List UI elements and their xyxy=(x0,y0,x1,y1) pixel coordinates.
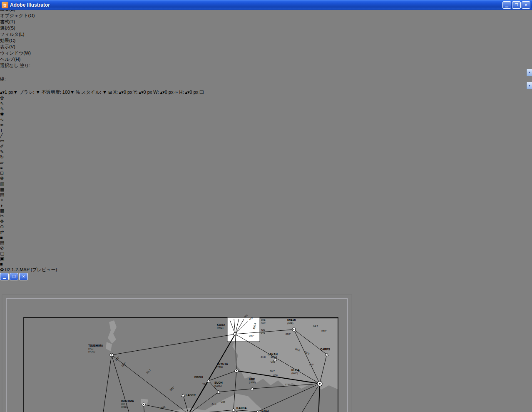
slice-tool[interactable]: ▩ xyxy=(0,208,532,213)
airway-label-59: TZC xyxy=(261,329,265,331)
fill-stroke-widget: ⇄ xyxy=(0,230,532,235)
waypoint-label-kuga2: (IWC) xyxy=(291,372,298,375)
airway-label-4: 272° xyxy=(321,330,327,332)
waypoint-label-suoh: SUOH xyxy=(214,381,223,384)
doc-close-button[interactable]: ✕ xyxy=(19,273,28,280)
transform-palette-button[interactable]: ⊞ xyxy=(108,90,112,95)
mesh-tool[interactable]: ▦ xyxy=(0,187,532,192)
hand-tool[interactable]: ✥ xyxy=(0,219,532,224)
waypoint-label-lager: LAGER xyxy=(186,394,196,397)
paintbrush-tool[interactable]: ✐ xyxy=(0,144,532,149)
zoom-tool[interactable]: ⊙ xyxy=(0,224,532,230)
scissors-tool[interactable]: ✂ xyxy=(0,213,532,219)
airway-yanai-right_hub xyxy=(258,384,320,412)
airway-label-58: OKC xyxy=(261,322,266,325)
airway-tsushima-kamigoto xyxy=(95,355,112,412)
close-button[interactable]: ✕ xyxy=(522,1,530,9)
waypoint-label-carps: CARPS xyxy=(320,348,330,351)
waypoint-label-ikishima: (IK) xyxy=(121,403,125,405)
landmass-kyushu xyxy=(140,394,298,412)
scale-tool[interactable]: ▱ xyxy=(0,160,532,165)
w-field[interactable]: ▴▾0 px xyxy=(160,90,174,95)
airway-label-10: 261° xyxy=(309,363,314,366)
app-icon: ✿ xyxy=(2,2,8,8)
menu-オブジェクト(O)[interactable]: オブジェクト(O) xyxy=(0,12,532,19)
document-icon: ✿ xyxy=(0,267,4,272)
menu-効果(C)[interactable]: 効果(C) xyxy=(0,37,532,44)
blend-tool[interactable]: ◑ xyxy=(0,203,532,208)
rectangle-tool[interactable]: ▭ xyxy=(0,138,532,144)
stroke-label[interactable]: 線: xyxy=(0,76,6,81)
airway-label-15: 128° xyxy=(121,362,127,367)
style-combo[interactable]: ▼ xyxy=(102,90,107,95)
opacity-combo[interactable]: 100▼ xyxy=(62,90,75,95)
brush-label: ブラシ: xyxy=(19,90,35,95)
opacity-label[interactable]: 不透明度: xyxy=(42,90,61,95)
link-dimensions-icon[interactable]: ∞ xyxy=(175,90,178,95)
menu-ヘルプ(H)[interactable]: ヘルプ(H) xyxy=(0,56,532,62)
none-button[interactable]: ⊘ xyxy=(0,245,532,251)
lasso-tool[interactable]: ∿ xyxy=(0,117,532,122)
airway-label-16: 51.7 xyxy=(146,368,152,374)
airway-right_hub-musashi xyxy=(288,384,320,412)
brush-combo[interactable]: ▼ xyxy=(36,90,40,95)
gradient-button[interactable]: ▤ xyxy=(0,240,532,245)
fix-lager xyxy=(181,394,185,397)
airway-label-11: 56.7 xyxy=(270,370,275,372)
standard-screen-button[interactable]: ▢ xyxy=(0,251,532,256)
type-tool[interactable]: T xyxy=(0,128,532,133)
eyedropper-tool[interactable]: ✧ xyxy=(0,197,532,203)
line-segment-tool[interactable]: ╱ xyxy=(0,133,532,138)
waypoint-label-toyota: (TTE) xyxy=(216,366,223,368)
symbol-sprayer-tool[interactable]: ❆ xyxy=(0,176,532,181)
fill-swatch[interactable]: ▼ xyxy=(0,69,532,76)
waypoint-label-kanda: KANDA xyxy=(236,407,247,410)
rotate-tool[interactable]: ↻ xyxy=(0,155,532,160)
warp-tool[interactable]: ≈ xyxy=(0,165,532,170)
document-titlebar[interactable]: ✿ 02.1-2-MAP (プレビュー) ▁ ❐ ✕ xyxy=(0,267,532,280)
stroke-width-combo[interactable]: ▴▾1 px▼ xyxy=(0,90,18,95)
canvas[interactable]: KUGA(IWC)IWAMI(IME)TSUSHIMA(VC)(VOE)TOYO… xyxy=(0,280,532,412)
y-field[interactable]: ▴▾0 px xyxy=(139,90,152,95)
menu-ウィンドウ(W)[interactable]: ウィンドウ(W) xyxy=(0,50,532,56)
x-field[interactable]: ▴▾0 px xyxy=(119,90,132,95)
h-field[interactable]: ▴▾0 px xyxy=(185,90,199,95)
doc-restore-button[interactable]: ❐ xyxy=(10,273,18,280)
airway-label-17: 302° xyxy=(169,386,175,392)
full-screen-menu-button[interactable]: ▣ xyxy=(0,256,532,262)
direct-selection-tool[interactable]: ⇖ xyxy=(0,106,532,112)
magic-wand-tool[interactable]: ✱ xyxy=(0,112,532,117)
free-transform-tool[interactable]: ⊡ xyxy=(0,170,532,176)
w-label: W: xyxy=(153,90,159,95)
waypoint-label-toyota: TOYOTA xyxy=(216,362,228,365)
waypoint-label-tsushima: (VC) xyxy=(88,347,93,350)
waypoint-label-tsushima: (VOE) xyxy=(88,350,95,353)
minimize-button[interactable]: ▁ xyxy=(502,1,511,9)
waypoint-label-ube: UBE xyxy=(249,378,255,381)
menu-フィルタ(L)[interactable]: フィルタ(L) xyxy=(0,31,532,37)
airway-label-9: V29 xyxy=(271,360,276,363)
venus-artwork: ✿ xyxy=(0,95,532,101)
gradient-tool[interactable]: ▤ xyxy=(0,192,532,197)
stroke-swatch[interactable]: ▼ xyxy=(0,82,532,89)
selection-tool[interactable]: ↖ xyxy=(0,101,532,106)
pencil-tool[interactable]: ✎ xyxy=(0,149,532,155)
menu-書式(T)[interactable]: 書式(T) xyxy=(0,19,532,25)
airway-label-7: 44.8 xyxy=(261,355,266,358)
restore-button[interactable]: ❐ xyxy=(512,1,521,9)
app-title: Adobe Illustrator xyxy=(10,2,50,8)
color-button[interactable]: ■ xyxy=(0,235,532,240)
doc-minimize-button[interactable]: ▁ xyxy=(0,273,9,280)
pen-tool[interactable]: ✒ xyxy=(0,122,532,128)
waypoint-label-ube: (UBE) xyxy=(249,381,256,384)
palette-dock-button[interactable]: ❏ xyxy=(199,90,204,95)
menu-選択(S)[interactable]: 選択(S) xyxy=(0,25,532,31)
airway-label-57: OKE xyxy=(261,319,266,321)
full-screen-button[interactable]: ■ xyxy=(0,262,532,267)
graph-tool[interactable]: ▥ xyxy=(0,181,532,187)
swap-fill-stroke-icon[interactable]: ⇄ xyxy=(0,230,4,235)
menu-表示(V)[interactable]: 表示(V) xyxy=(0,44,532,50)
airway-label-18: 43.9 xyxy=(202,382,208,385)
waypoint-label-ebisu: EBISU xyxy=(194,376,203,379)
airway-suoh-ube xyxy=(219,389,252,392)
